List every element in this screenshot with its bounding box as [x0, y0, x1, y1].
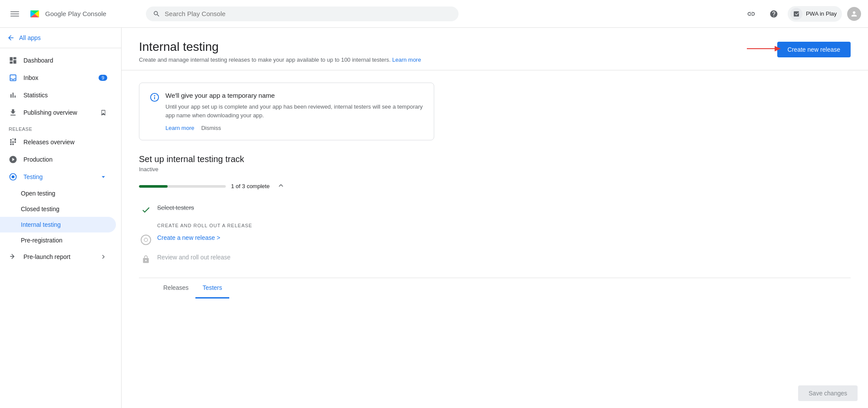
sidebar-item-label: Inbox: [23, 74, 38, 81]
topbar-logo: Google Play Console: [28, 7, 141, 21]
progress-toggle[interactable]: [277, 181, 285, 191]
red-arrow-annotation: [747, 42, 782, 55]
app-name-label: PWA in Play: [806, 10, 837, 17]
info-box-title: We'll give your app a temporary name: [165, 92, 423, 99]
sidebar-item-label: Open testing: [21, 190, 55, 197]
sidebar-item-releases-overview[interactable]: Releases overview: [0, 133, 116, 151]
main-content: Internal testing Create and manage inter…: [122, 28, 868, 408]
content-area: We'll give your app a temporary name Unt…: [122, 70, 868, 310]
setup-title: Set up internal testing track: [139, 154, 851, 164]
setup-section: Set up internal testing track Inactive 1…: [139, 154, 851, 269]
step-label: Review and roll out release: [157, 254, 231, 261]
step-locked-icon: [141, 254, 151, 265]
sidebar-item-label: Releases overview: [23, 139, 75, 146]
sidebar-item-label: Statistics: [23, 92, 48, 99]
sidebar-item-pre-launch[interactable]: Pre-launch report: [0, 248, 116, 265]
step-pending-icon: [141, 235, 151, 245]
sidebar-item-inbox[interactable]: Inbox 9: [0, 69, 116, 86]
sidebar-item-label: Closed testing: [21, 206, 59, 212]
page-title: Internal testing: [139, 40, 421, 54]
svg-point-5: [12, 176, 15, 179]
search-icon: [153, 10, 160, 18]
create-release-button[interactable]: Create new release: [777, 42, 851, 57]
topbar-actions: PWA in Play: [743, 5, 861, 23]
app-chip[interactable]: PWA in Play: [788, 6, 842, 22]
search-input[interactable]: [165, 10, 452, 17]
step-done-icon: [141, 205, 151, 215]
header-actions: Create new release: [777, 40, 851, 57]
tab-releases[interactable]: Releases: [156, 278, 195, 299]
sidebar-item-production[interactable]: Production: [0, 151, 116, 168]
sidebar-item-statistics[interactable]: Statistics: [0, 86, 116, 104]
sidebar-nav: Dashboard Inbox 9 Statistics Publishing …: [0, 48, 121, 269]
sidebar-item-closed-testing[interactable]: Closed testing: [0, 201, 116, 217]
step-select-testers: Select testers: [141, 200, 851, 219]
layout: All apps Dashboard Inbox 9 Statistics: [0, 28, 868, 408]
all-apps-link[interactable]: All apps: [0, 28, 121, 48]
play-console-logo-icon: [28, 7, 42, 21]
learn-more-link[interactable]: Learn more: [392, 56, 421, 63]
info-box: We'll give your app a temporary name Unt…: [139, 83, 434, 140]
svg-point-11: [144, 238, 148, 242]
step-label: Select testers: [157, 204, 194, 211]
sidebar-item-testing[interactable]: Testing: [0, 168, 116, 186]
steps-list: Select testers CREATE AND ROLL OUT A REL…: [139, 200, 851, 269]
main-header: Internal testing Create and manage inter…: [122, 28, 868, 70]
svg-rect-1: [10, 13, 19, 14]
step-label: Create a new release >: [157, 234, 220, 241]
progress-row: 1 of 3 complete: [139, 181, 851, 191]
step-create-release[interactable]: Create a new release >: [141, 230, 851, 249]
sidebar-item-dashboard[interactable]: Dashboard: [0, 52, 116, 69]
inbox-badge: 9: [99, 75, 107, 81]
topbar-logo-text: Google Play Console: [45, 10, 106, 17]
menu-icon[interactable]: [7, 6, 23, 22]
sidebar-item-publishing[interactable]: Publishing overview: [0, 104, 116, 121]
sidebar-item-label: Pre-registration: [21, 237, 63, 244]
create-release-step-link[interactable]: Create a new release >: [157, 234, 220, 241]
user-avatar[interactable]: [847, 7, 861, 21]
footer: Save changes: [788, 378, 868, 408]
sidebar: All apps Dashboard Inbox 9 Statistics: [0, 28, 122, 408]
sidebar-item-label: Internal testing: [21, 221, 61, 228]
svg-rect-0: [10, 11, 19, 12]
step-review-rollout: Review and roll out release: [141, 249, 851, 269]
sidebar-item-pre-registration[interactable]: Pre-registration: [0, 232, 116, 248]
sidebar-item-label: Dashboard: [23, 57, 53, 64]
sidebar-item-label: Publishing overview: [23, 109, 77, 116]
topbar: Google Play Console PWA in Play: [0, 0, 868, 28]
link-button[interactable]: [743, 5, 760, 23]
release-section-label: Release: [0, 121, 121, 133]
save-changes-button[interactable]: Save changes: [798, 385, 858, 401]
info-box-actions: Learn more Dismiss: [165, 125, 423, 131]
info-box-text: Until your app set up is complete and yo…: [165, 103, 423, 119]
search-bar[interactable]: [146, 7, 459, 21]
info-icon: [150, 93, 159, 131]
help-button[interactable]: [765, 5, 782, 23]
tabs-row: Releases Testers: [139, 278, 851, 298]
sidebar-item-internal-testing[interactable]: Internal testing: [0, 217, 116, 232]
progress-label: 1 of 3 complete: [231, 183, 270, 189]
sidebar-item-label: Pre-launch report: [23, 253, 70, 260]
sidebar-item-open-testing[interactable]: Open testing: [0, 186, 116, 201]
svg-marker-7: [775, 46, 781, 51]
page-subtitle: Create and manage internal testing relea…: [139, 56, 421, 63]
info-box-content: We'll give your app a temporary name Unt…: [165, 92, 423, 131]
progress-bar: [139, 185, 226, 188]
tab-testers[interactable]: Testers: [195, 278, 229, 299]
sidebar-item-label: Testing: [23, 173, 43, 180]
svg-rect-2: [10, 16, 19, 17]
progress-bar-fill: [139, 185, 168, 188]
info-dismiss-button[interactable]: Dismiss: [201, 125, 221, 131]
header-left: Internal testing Create and manage inter…: [139, 40, 421, 63]
all-apps-label: All apps: [19, 34, 41, 41]
sidebar-item-label: Production: [23, 156, 53, 163]
setup-status: Inactive: [139, 166, 851, 172]
app-chip-icon: [790, 8, 802, 20]
info-learn-more-link[interactable]: Learn more: [165, 125, 194, 131]
step-section-label: CREATE AND ROLL OUT A RELEASE: [141, 219, 851, 230]
